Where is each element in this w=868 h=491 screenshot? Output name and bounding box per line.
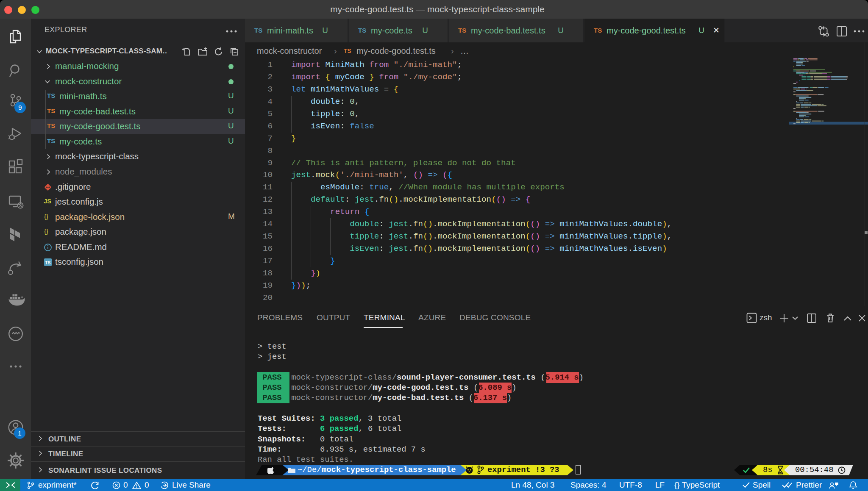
svg-text:TS: TS: [45, 261, 51, 265]
